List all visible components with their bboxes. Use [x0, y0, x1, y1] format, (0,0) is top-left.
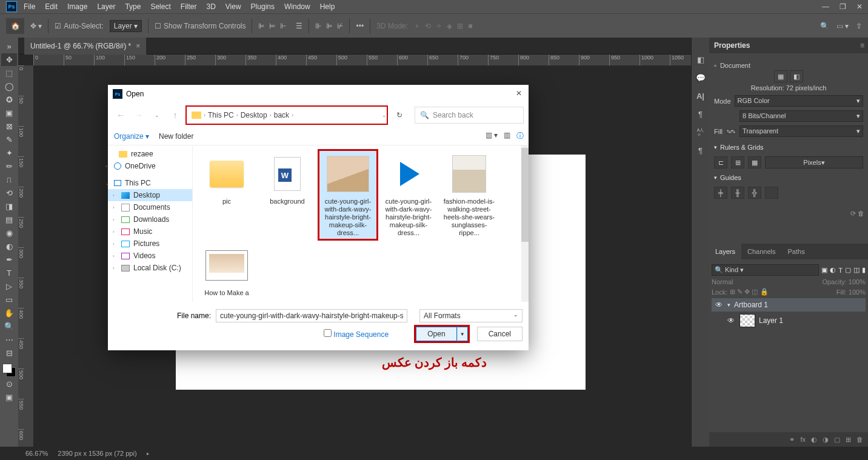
character-panel-icon[interactable]: A|: [694, 89, 707, 102]
view-button[interactable]: ▥ ▾: [486, 131, 498, 141]
tab-channels[interactable]: Channels: [741, 244, 781, 259]
back-button[interactable]: ←: [113, 107, 129, 123]
menu-image[interactable]: Image: [62, 1, 92, 12]
visibility-icon[interactable]: 👁: [726, 316, 736, 325]
bit-depth-select[interactable]: 8 Bits/Channel ▾: [739, 110, 863, 122]
forward-button[interactable]: →: [131, 107, 147, 123]
move-tool-icon[interactable]: ✥ ▾: [30, 22, 42, 30]
quick-mask[interactable]: ⊙: [1, 378, 17, 390]
preview-button[interactable]: ▥: [504, 131, 510, 141]
menu-3d[interactable]: 3D: [201, 1, 220, 12]
smart-filter-icon[interactable]: ◫: [853, 266, 860, 274]
layer-filter-select[interactable]: 🔍 Kind ▾: [712, 264, 819, 276]
file-item[interactable]: cute-young-girl-with-dark-wavy-hairstyle…: [379, 150, 438, 239]
tree-onedrive[interactable]: ›OneDrive: [108, 160, 192, 172]
paragraph-panel-icon[interactable]: ¶: [694, 107, 707, 121]
healing-tool[interactable]: ✦: [1, 147, 17, 159]
guide-icon3[interactable]: ╬: [748, 187, 761, 199]
folder-tree[interactable]: rezaee›OneDrive⌄This PC›Desktop›Document…: [108, 145, 193, 302]
document-dimensions[interactable]: 2390 px x 1536 px (72 ppi): [58, 450, 136, 457]
auto-select-target[interactable]: Layer ▾: [110, 20, 142, 32]
image-sequence-checkbox[interactable]: Image Sequence: [324, 329, 389, 339]
pen-tool[interactable]: ✒: [1, 253, 17, 266]
auto-select-checkbox[interactable]: ☑ Auto-Select:: [55, 22, 103, 30]
mask-icon[interactable]: ◐: [811, 436, 817, 444]
pixel-filter-icon[interactable]: ▣: [821, 266, 827, 274]
menu-plugins[interactable]: Plugins: [246, 1, 279, 12]
glyphs-panel-icon[interactable]: A人☺: [694, 125, 707, 139]
tab-layers[interactable]: Layers: [709, 244, 741, 259]
new-folder-button[interactable]: New folder: [159, 132, 193, 141]
artboard-layer[interactable]: 👁 ▾ Artboard 1: [712, 298, 866, 312]
guide-icon2[interactable]: ╫: [731, 187, 744, 199]
brush-tool[interactable]: ✏: [1, 160, 17, 173]
history-brush-tool[interactable]: ⟲: [1, 187, 17, 199]
guides-section[interactable]: Guides: [714, 171, 863, 184]
adjustment-icon[interactable]: ◑: [823, 436, 829, 444]
eraser-tool[interactable]: ◨: [1, 200, 17, 213]
color-mode-select[interactable]: RGB Color ▾: [735, 95, 863, 107]
lasso-tool[interactable]: ◯: [1, 80, 17, 93]
tree-pictures[interactable]: ›Pictures: [108, 238, 192, 250]
path-tool[interactable]: ▷: [1, 280, 17, 293]
close-button[interactable]: ✕: [851, 0, 868, 13]
menu-view[interactable]: View: [221, 1, 246, 12]
tree-music[interactable]: ›Music: [108, 225, 192, 238]
menu-filter[interactable]: Filter: [176, 1, 202, 12]
new-layer-icon[interactable]: ⊞: [846, 436, 851, 444]
file-item[interactable]: cute-young-girl-with-dark-wavy-hairstyle…: [319, 150, 377, 239]
dodge-tool[interactable]: ◐: [1, 240, 17, 253]
visibility-icon[interactable]: 👁: [714, 301, 724, 309]
type-filter-icon[interactable]: T: [838, 267, 843, 274]
distribute-buttons[interactable]: ⊪⊫⊬: [315, 22, 343, 30]
more-options[interactable]: •••: [356, 22, 364, 30]
comments-icon[interactable]: 💬: [694, 71, 707, 84]
crop-tool[interactable]: ▣: [1, 107, 17, 119]
align-buttons[interactable]: ⊫⊨⊩☰: [258, 22, 302, 30]
move-tool[interactable]: ✥: [1, 53, 17, 66]
menu-type[interactable]: Type: [120, 1, 145, 12]
grid-icon[interactable]: ⊞: [731, 156, 744, 168]
scrollbar[interactable]: [521, 148, 529, 242]
tree-downloads[interactable]: ›Downloads: [108, 213, 192, 225]
minimize-button[interactable]: —: [817, 0, 834, 13]
close-tab-icon[interactable]: ×: [136, 42, 140, 50]
rulers-section[interactable]: Rulers & Grids: [714, 141, 863, 154]
delete-icon[interactable]: 🗑: [856, 436, 863, 443]
edit-toolbar[interactable]: ⊟: [1, 347, 17, 359]
fill-select[interactable]: Transparent ▾: [739, 125, 863, 137]
tree-documents[interactable]: ›Documents: [108, 201, 192, 213]
tree-videos[interactable]: ›Videos: [108, 250, 192, 262]
shape-tool[interactable]: ▭: [1, 293, 17, 306]
show-transform-checkbox[interactable]: ☐ Show Transform Controls: [155, 22, 245, 30]
blur-tool[interactable]: ◉: [1, 227, 17, 239]
paragraph-styles-icon[interactable]: ¶: [694, 144, 707, 157]
ruler-icon[interactable]: ⊏: [714, 156, 727, 168]
home-icon[interactable]: 🏠: [6, 18, 24, 34]
file-item[interactable]: background: [258, 150, 316, 239]
open-button[interactable]: Open: [416, 327, 456, 341]
color-swatches[interactable]: [2, 364, 16, 377]
search-input[interactable]: 🔍 Search back: [415, 107, 524, 124]
more-tools[interactable]: ⋯: [1, 333, 17, 346]
document-tab[interactable]: Untitled-1 @ 66.7% (RGB/8#) *×: [24, 38, 146, 55]
file-item[interactable]: pic: [198, 150, 256, 239]
hand-tool[interactable]: ✋: [1, 307, 17, 319]
gradient-tool[interactable]: ▤: [1, 213, 17, 226]
menu-help[interactable]: Help: [315, 1, 340, 12]
group-icon[interactable]: ▢: [834, 436, 840, 444]
zoom-tool[interactable]: 🔍: [1, 320, 17, 333]
workspace-icon[interactable]: ▭ ▾: [836, 22, 849, 30]
collapse-icon[interactable]: »: [1, 40, 17, 53]
dialog-close-button[interactable]: ✕: [513, 87, 525, 99]
guide-style[interactable]: [765, 187, 778, 199]
filename-input[interactable]: [216, 309, 407, 322]
share-icon[interactable]: ⇪: [856, 22, 862, 30]
link-icon[interactable]: ⚭: [789, 436, 795, 444]
history-button[interactable]: ⌄: [149, 107, 165, 123]
help-button[interactable]: ⓘ: [516, 131, 524, 141]
properties-tab[interactable]: Properties≡: [709, 38, 868, 53]
maximize-button[interactable]: ❐: [834, 0, 851, 13]
filter-toggle[interactable]: ▮: [862, 266, 866, 274]
adjustment-filter-icon[interactable]: ◐: [830, 266, 836, 274]
